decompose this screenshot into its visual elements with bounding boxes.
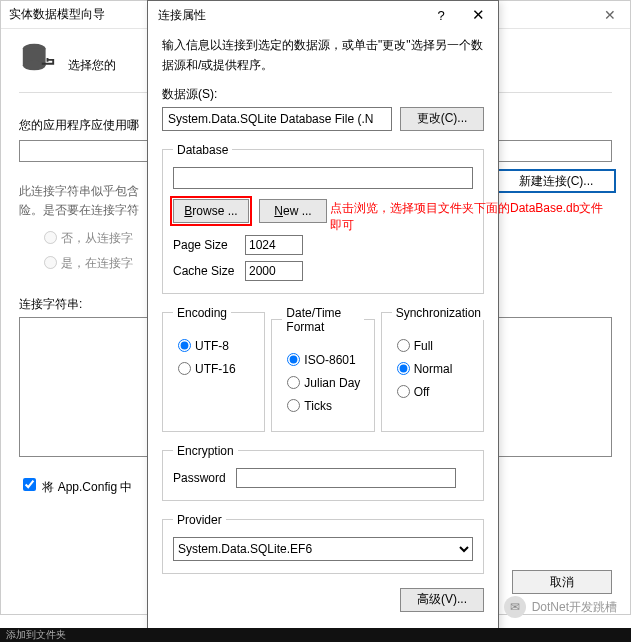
datetime-group: Date/Time Format ISO-8601 Julian Day Tic… [271, 306, 374, 432]
advanced-button[interactable]: 高级(V)... [400, 588, 484, 612]
encoding-group: Encoding UTF-8 UTF-16 [162, 306, 265, 432]
cache-size-label: Cache Size [173, 264, 237, 278]
wechat-watermark: ✉ DotNet开发跳槽 [504, 596, 617, 618]
password-input[interactable] [236, 468, 456, 488]
password-label: Password [173, 471, 233, 485]
encryption-legend: Encryption [173, 444, 238, 458]
connection-properties-dialog: 连接属性 ? ✕ 输入信息以连接到选定的数据源，或单击"更改"选择另一个数据源和… [147, 0, 499, 632]
change-button[interactable]: 更改(C)... [400, 107, 484, 131]
radio-iso8601[interactable]: ISO-8601 [282, 350, 363, 367]
status-bar: 添加到文件夹 [0, 628, 631, 642]
close-icon[interactable]: ✕ [590, 7, 630, 23]
database-legend: Database [173, 143, 232, 157]
radio-ticks[interactable]: Ticks [282, 396, 363, 413]
wechat-icon: ✉ [504, 596, 526, 618]
wizard-cancel-button[interactable]: 取消 [512, 570, 612, 594]
database-group: Database Browse ... New ... Page Size Ca… [162, 143, 484, 294]
sync-group: Synchronization Full Normal Off [381, 306, 484, 432]
radio-sync-off[interactable]: Off [392, 382, 473, 399]
datasource-field: System.Data.SQLite Database File (.N [162, 107, 392, 131]
provider-select[interactable]: System.Data.SQLite.EF6 [173, 537, 473, 561]
datasource-label: 数据源(S): [162, 86, 484, 103]
database-icon [19, 39, 57, 80]
browse-button[interactable]: Browse ... [173, 199, 249, 223]
radio-sync-full[interactable]: Full [392, 336, 473, 353]
database-path-input[interactable] [173, 167, 473, 189]
close-icon[interactable]: ✕ [458, 6, 498, 24]
help-icon[interactable]: ? [424, 8, 458, 23]
provider-group: Provider System.Data.SQLite.EF6 [162, 513, 484, 574]
radio-utf16[interactable]: UTF-16 [173, 359, 254, 376]
dialog-titlebar: 连接属性 ? ✕ [148, 1, 498, 29]
svg-point-2 [23, 61, 46, 71]
wizard-heading: 选择您的 [68, 57, 116, 74]
radio-julian[interactable]: Julian Day [282, 373, 363, 390]
new-button[interactable]: New ... [259, 199, 327, 223]
dialog-intro: 输入信息以连接到选定的数据源，或单击"更改"选择另一个数据源和/或提供程序。 [162, 35, 484, 76]
radio-sync-normal[interactable]: Normal [392, 359, 473, 376]
encryption-group: Encryption Password [162, 444, 484, 501]
page-size-label: Page Size [173, 238, 237, 252]
cache-size-input[interactable] [245, 261, 303, 281]
encoding-legend: Encoding [173, 306, 231, 320]
wizard-title: 实体数据模型向导 [9, 6, 105, 23]
page-size-input[interactable] [245, 235, 303, 255]
dialog-title: 连接属性 [158, 7, 424, 24]
provider-legend: Provider [173, 513, 226, 527]
radio-utf8[interactable]: UTF-8 [173, 336, 254, 353]
new-connection-button[interactable]: 新建连接(C)... [496, 169, 616, 193]
datetime-legend: Date/Time Format [282, 306, 363, 334]
sync-legend: Synchronization [392, 306, 485, 320]
